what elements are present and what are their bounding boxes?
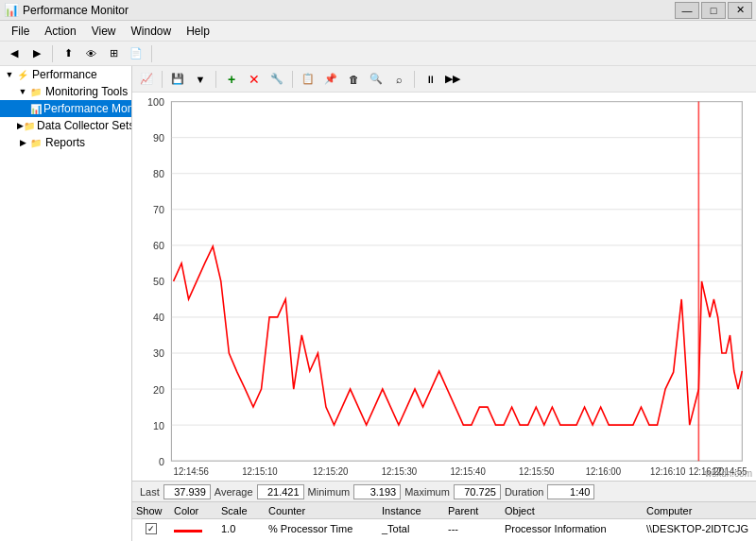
- title-bar-text: Performance Monitor: [23, 4, 129, 17]
- arrow-icon-monitoring: ▼: [17, 86, 28, 97]
- svg-text:70: 70: [153, 204, 164, 215]
- toolbar-up[interactable]: ⬆: [58, 43, 78, 64]
- chart-icon-perfmon: 📊: [30, 101, 42, 116]
- row-object-cell: Processor Information: [501, 523, 643, 534]
- row-show-cell[interactable]: ✓: [132, 523, 170, 534]
- sidebar-label-reports: Reports: [45, 136, 85, 149]
- header-instance: Instance: [378, 505, 444, 516]
- color-indicator: [174, 530, 202, 533]
- chart-tb-sep1: [162, 71, 163, 88]
- chart-area: 100 90 80 70 60 50 40 30 20 10 0 12:14:5…: [132, 93, 756, 481]
- toolbar-show[interactable]: 👁: [80, 43, 101, 64]
- sidebar-item-reports[interactable]: ▶ 📁 Reports: [0, 134, 131, 151]
- delete-counter-btn[interactable]: ✕: [244, 69, 265, 90]
- chart-toolbar: 📈 💾 ▼ + ✕ 🔧 📋 📌 🗑 🔍 ⌕ ⏸ ▶▶: [132, 66, 756, 93]
- duration-label: Duration: [505, 486, 544, 498]
- row-scale-cell: 1.0: [217, 523, 265, 534]
- folder-icon-reports: 📁: [28, 135, 43, 150]
- maximum-label: Maximum: [404, 486, 450, 498]
- chart-tb-sep2: [215, 71, 216, 88]
- restore-button[interactable]: □: [701, 2, 726, 19]
- pause-btn[interactable]: ⏸: [420, 69, 440, 90]
- counter-table: Show Color Scale Counter Instance Parent…: [132, 501, 756, 541]
- svg-text:12:16:00: 12:16:00: [586, 466, 622, 477]
- row-parent-cell: ---: [444, 523, 501, 534]
- play-btn[interactable]: ▶▶: [442, 69, 463, 90]
- counter-table-header: Show Color Scale Counter Instance Parent…: [132, 502, 756, 519]
- svg-text:12:15:10: 12:15:10: [242, 466, 278, 477]
- main-toolbar: ◀ ▶ ⬆ 👁 ⊞ 📄: [0, 42, 756, 66]
- arrow-icon-collector: ▶: [17, 120, 24, 131]
- sidebar-label-collector-sets: Data Collector Sets: [37, 119, 132, 132]
- stats-bar: Last 37.939 Average 21.421 Minimum 3.193…: [132, 481, 756, 501]
- header-scale: Scale: [217, 505, 265, 516]
- toolbar-action1[interactable]: 📄: [126, 43, 146, 64]
- watermark: wsxdn.com: [705, 468, 752, 479]
- duration-value: 1:40: [547, 484, 594, 499]
- minimize-button[interactable]: —: [675, 2, 699, 19]
- perf-icon: ⚡: [15, 67, 30, 82]
- sidebar-item-performance[interactable]: ▼ ⚡ Performance: [0, 66, 131, 83]
- table-row[interactable]: ✓ 1.0 % Processor Time _Total --- Proces…: [132, 519, 756, 538]
- folder-icon-monitoring: 📁: [28, 84, 43, 99]
- average-label: Average: [215, 486, 253, 498]
- main-content: ▼ ⚡ Performance ▼ 📁 Monitoring Tools 📊 P…: [0, 66, 756, 541]
- row-instance-cell: _Total: [378, 523, 444, 534]
- menu-view[interactable]: View: [84, 23, 124, 40]
- add-counter-btn[interactable]: +: [221, 69, 242, 90]
- svg-text:0: 0: [159, 455, 164, 466]
- last-label: Last: [140, 486, 160, 498]
- row-computer-cell: \\DESKTOP-2IDTCJG: [643, 523, 756, 534]
- header-object: Object: [501, 505, 643, 516]
- sidebar-item-collector-sets[interactable]: ▶ 📁 Data Collector Sets: [0, 117, 131, 134]
- chart-tb-sep4: [414, 71, 415, 88]
- menu-window[interactable]: Window: [124, 23, 180, 40]
- arrow-icon: ▼: [4, 69, 15, 80]
- svg-text:90: 90: [153, 132, 164, 144]
- menu-file[interactable]: File: [4, 23, 37, 40]
- svg-text:12:15:40: 12:15:40: [450, 466, 486, 477]
- toolbar-collapse[interactable]: ⊞: [103, 43, 124, 64]
- row-color-cell: [170, 523, 217, 534]
- chart-tb2[interactable]: ▼: [190, 69, 211, 90]
- svg-text:80: 80: [153, 168, 164, 179]
- svg-text:12:15:20: 12:15:20: [313, 466, 349, 477]
- header-computer: Computer: [643, 505, 756, 516]
- show-checkbox[interactable]: ✓: [146, 523, 157, 534]
- menu-action[interactable]: Action: [37, 23, 83, 40]
- toolbar-sep2: [151, 45, 152, 62]
- clear-btn[interactable]: 🗑: [343, 69, 364, 90]
- chart-export-btn[interactable]: 💾: [167, 69, 188, 90]
- sidebar-label-performance: Performance: [32, 68, 97, 81]
- properties-btn[interactable]: 🔧: [266, 69, 287, 90]
- zoom-btn[interactable]: 🔍: [366, 69, 387, 90]
- header-color: Color: [170, 505, 217, 516]
- header-parent: Parent: [444, 505, 501, 516]
- folder-icon-collector: 📁: [24, 118, 35, 133]
- toolbar-forward[interactable]: ▶: [26, 43, 47, 64]
- title-bar: 📊 Performance Monitor — □ ✕: [0, 0, 756, 21]
- app-icon: 📊: [4, 3, 19, 17]
- header-counter: Counter: [265, 505, 378, 516]
- close-button[interactable]: ✕: [728, 2, 752, 19]
- header-show: Show: [132, 505, 170, 516]
- svg-text:60: 60: [153, 240, 164, 251]
- arrow-icon-reports: ▶: [17, 137, 28, 148]
- toolbar-sep1: [52, 45, 53, 62]
- chart-view-btn[interactable]: 📈: [136, 69, 157, 90]
- maximum-value: 70.725: [454, 484, 501, 499]
- copy-btn[interactable]: 📋: [298, 69, 318, 90]
- menu-bar: File Action View Window Help: [0, 21, 756, 42]
- toolbar-back[interactable]: ◀: [4, 43, 25, 64]
- sidebar-item-monitoring-tools[interactable]: ▼ 📁 Monitoring Tools: [0, 83, 131, 100]
- performance-chart: 100 90 80 70 60 50 40 30 20 10 0 12:14:5…: [136, 96, 752, 477]
- menu-help[interactable]: Help: [179, 23, 217, 40]
- svg-text:100: 100: [147, 96, 164, 108]
- svg-text:12:15:50: 12:15:50: [519, 466, 555, 477]
- svg-text:50: 50: [153, 276, 164, 287]
- sidebar-item-performance-monitor[interactable]: 📊 Performance Monitor: [0, 100, 131, 117]
- minimum-value: 3.193: [353, 484, 401, 499]
- find-btn[interactable]: ⌕: [388, 69, 409, 90]
- paste-btn[interactable]: 📌: [320, 69, 341, 90]
- row-counter-cell: % Processor Time: [265, 523, 378, 534]
